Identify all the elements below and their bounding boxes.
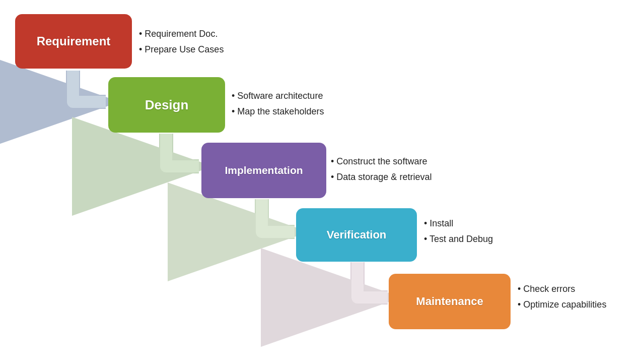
verification-box: Verification [296,208,417,262]
arrow-implementation-verification [262,199,295,232]
design-bullet-2: Map the stakeholders [232,104,324,119]
diagram-container: Requirement Requirement Doc. Prepare Use… [0,0,644,363]
design-label: Design [145,97,189,113]
maintenance-bullet-1: Check errors [518,281,606,297]
requirement-bullet-1: Requirement Doc. [139,26,224,42]
requirement-bullets: Requirement Doc. Prepare Use Cases [139,26,224,57]
arrow-verification-maintenance [357,262,388,297]
requirement-bullet-2: Prepare Use Cases [139,42,224,57]
maintenance-bullets: Check errors Optimize capabilities [518,281,606,312]
verification-bullet-1: Install [424,216,493,231]
maintenance-label: Maintenance [416,295,483,308]
implementation-box: Implementation [201,143,326,198]
maintenance-bullet-2: Optimize capabilities [518,297,606,313]
design-bullet-1: Software architecture [232,88,324,104]
implementation-bullet-1: Construct the software [331,154,432,169]
implementation-bullets: Construct the software Data storage & re… [331,154,432,185]
implementation-bullet-2: Data storage & retrieval [331,169,432,185]
arrow-design-implementation [166,134,199,166]
design-bullets: Software architecture Map the stakeholde… [232,88,324,119]
verification-bullets: Install Test and Debug [424,216,493,247]
requirement-box: Requirement [15,14,132,69]
maintenance-box: Maintenance [389,274,511,329]
design-box: Design [108,77,225,133]
arrow-requirement-design [73,71,106,102]
requirement-label: Requirement [37,34,111,48]
verification-bullet-2: Test and Debug [424,231,493,247]
verification-label: Verification [327,228,387,241]
implementation-label: Implementation [225,164,303,176]
